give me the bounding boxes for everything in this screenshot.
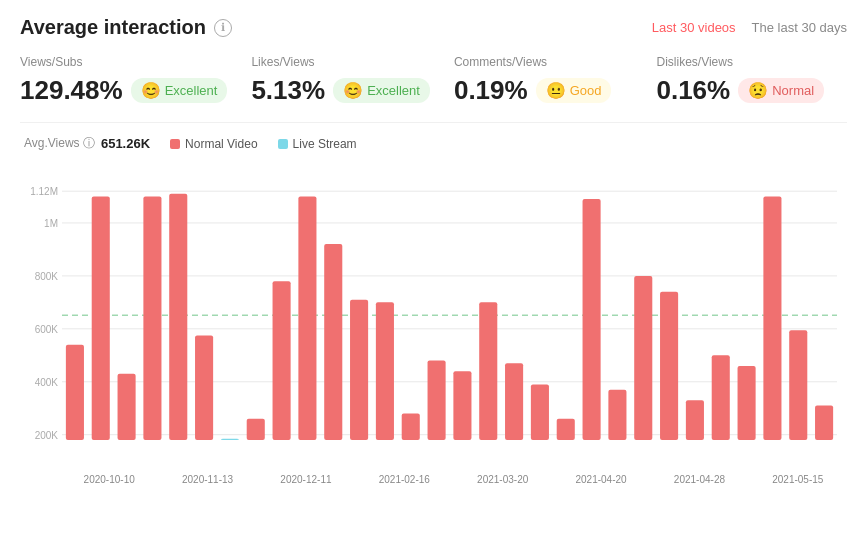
legend-dot-blue [278,139,288,149]
bar-0 [66,345,84,440]
nav-last-30-days[interactable]: The last 30 days [752,20,847,35]
bar-29 [815,406,833,440]
metric-label-1: Likes/Views [251,55,430,69]
x-labels: 2020-10-102020-11-132020-12-112021-02-16… [20,470,847,485]
bar-18 [531,384,549,440]
bar-27 [763,196,781,440]
metric-badge-text-2: Good [570,83,602,98]
metric-item-2: Comments/Views 0.19% 😐 Good [442,55,645,106]
metric-badge-3: 😟 Normal [738,78,824,103]
metric-label-2: Comments/Views [454,55,633,69]
bar-16 [479,302,497,440]
bar-10 [324,244,342,440]
bar-15 [453,371,471,440]
bar-2 [118,374,136,440]
bar-1 [92,196,110,440]
y-label-3: 600K [35,324,59,335]
main-container: Average interaction ℹ Last 30 videos The… [0,0,867,552]
metric-badge-0: 😊 Excellent [131,78,228,103]
bar-3 [143,196,161,440]
bar-17 [505,363,523,440]
bar-5 [195,335,213,440]
metric-smiley-3: 😟 [748,81,768,100]
metric-value-row-2: 0.19% 😐 Good [454,75,633,106]
title-area: Average interaction ℹ [20,16,232,39]
x-label: 2021-05-15 [749,474,847,485]
metric-value-row-3: 0.16% 😟 Normal [656,75,835,106]
y-label-2: 800K [35,271,59,282]
x-label: 2021-02-16 [355,474,453,485]
metric-badge-text-3: Normal [772,83,814,98]
bar-13 [402,414,420,440]
metric-value-2: 0.19% [454,75,528,106]
metric-item-3: Dislikes/Views 0.16% 😟 Normal [644,55,847,106]
bar-12 [376,302,394,440]
page-title: Average interaction [20,16,206,39]
legend-live-stream: Live Stream [278,137,357,151]
bar-25 [712,355,730,440]
x-label: 2021-04-28 [650,474,748,485]
x-label: 2020-12-11 [257,474,355,485]
metric-smiley-0: 😊 [141,81,161,100]
metric-value-3: 0.16% [656,75,730,106]
legend-live-label: Live Stream [293,137,357,151]
bar-22 [634,276,652,440]
bar-6 [221,439,239,440]
legend-dot-red [170,139,180,149]
x-label: 2021-04-20 [552,474,650,485]
metric-item-1: Likes/Views 5.13% 😊 Excellent [239,55,442,106]
info-icon[interactable]: ℹ [214,19,232,37]
bar-19 [557,419,575,440]
metric-smiley-1: 😊 [343,81,363,100]
x-label: 2021-03-20 [454,474,552,485]
nav-last-30-videos[interactable]: Last 30 videos [652,20,736,35]
metric-value-row-1: 5.13% 😊 Excellent [251,75,430,106]
bar-11 [350,300,368,440]
metric-badge-text-0: Excellent [165,83,218,98]
bar-20 [583,199,601,440]
metric-badge-2: 😐 Good [536,78,612,103]
bar-23 [660,292,678,440]
y-label-1: 1M [44,218,58,229]
bar-26 [738,366,756,440]
metric-value-row-0: 129.48% 😊 Excellent [20,75,227,106]
metric-label-3: Dislikes/Views [656,55,835,69]
bar-28 [789,330,807,440]
avg-views-label: Avg.Views ⓘ [24,135,95,152]
bar-14 [428,361,446,440]
bar-9 [298,196,316,440]
avg-views-value: 651.26K [101,136,150,151]
metric-badge-1: 😊 Excellent [333,78,430,103]
chart-header: Avg.Views ⓘ 651.26K Normal Video Live St… [20,135,847,152]
chart-meta: Avg.Views ⓘ 651.26K [24,135,150,152]
legend-normal-label: Normal Video [185,137,257,151]
metric-label-0: Views/Subs [20,55,227,69]
metric-value-1: 5.13% [251,75,325,106]
chart-svg: 1.12M1M800K600K400K200K [20,160,847,470]
metric-value-0: 129.48% [20,75,123,106]
header: Average interaction ℹ Last 30 videos The… [20,16,847,39]
chart-area: 1.12M1M800K600K400K200K [20,160,847,470]
bar-4 [169,194,187,440]
bar-21 [608,390,626,440]
nav-links: Last 30 videos The last 30 days [652,20,847,35]
x-label: 2020-11-13 [158,474,256,485]
bar-8 [273,281,291,440]
bar-24 [686,400,704,440]
y-label-5: 200K [35,430,59,441]
metrics-row: Views/Subs 129.48% 😊 Excellent Likes/Vie… [20,55,847,123]
metric-smiley-2: 😐 [546,81,566,100]
x-label: 2020-10-10 [60,474,158,485]
y-label-0: 1.12M [30,186,58,197]
y-label-4: 400K [35,377,59,388]
metric-badge-text-1: Excellent [367,83,420,98]
legend-normal-video: Normal Video [170,137,257,151]
metric-item-0: Views/Subs 129.48% 😊 Excellent [20,55,239,106]
bar-7 [247,419,265,440]
